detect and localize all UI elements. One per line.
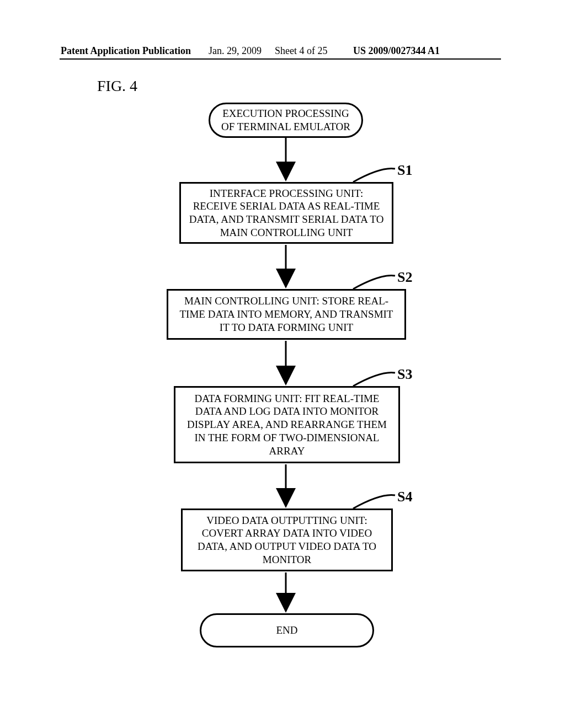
- leader-s3: [353, 373, 395, 387]
- flow-step-s3-text: DATA FORMING UNIT: FIT REAL-TIME DATA AN…: [181, 392, 393, 458]
- flow-step-s3-label: S3: [397, 366, 412, 383]
- flow-step-s4: VIDEO DATA OUTPUTTING UNIT: COVERT ARRAY…: [181, 508, 393, 571]
- page: Patent Application Publication Jan. 29, …: [0, 0, 565, 728]
- leader-s2: [353, 276, 395, 290]
- flow-step-s4-label: S4: [397, 489, 412, 505]
- flow-step-s2-label: S2: [397, 269, 412, 286]
- flow-step-s1-text: INTERFACE PROCESSING UNIT: RECEIVE SERIA…: [186, 187, 386, 239]
- header-rule: [60, 58, 501, 60]
- flow-step-s3: DATA FORMING UNIT: FIT REAL-TIME DATA AN…: [174, 386, 400, 463]
- header-sheet: Sheet 4 of 25: [275, 45, 327, 57]
- flow-step-s2-text: MAIN CONTROLLING UNIT: STORE REAL-TIME D…: [174, 295, 399, 334]
- flow-step-s2: MAIN CONTROLLING UNIT: STORE REAL-TIME D…: [167, 289, 406, 340]
- flow-step-s4-text: VIDEO DATA OUTPUTTING UNIT: COVERT ARRAY…: [188, 514, 386, 566]
- flow-end-terminator: END: [200, 613, 374, 647]
- flow-end-text: END: [276, 624, 297, 637]
- flow-start-text: EXECUTION PROCESSING OF TERMINAL EMULATO…: [216, 107, 356, 133]
- leader-s1: [353, 169, 395, 183]
- leader-s4: [353, 495, 395, 509]
- flow-step-s1-label: S1: [397, 162, 412, 179]
- figure-number: FIG. 4: [97, 77, 137, 95]
- header-docnum: US 2009/0027344 A1: [353, 45, 440, 57]
- header-date: Jan. 29, 2009: [209, 45, 262, 57]
- flow-start-terminator: EXECUTION PROCESSING OF TERMINAL EMULATO…: [209, 103, 363, 138]
- header-publication: Patent Application Publication: [61, 45, 191, 57]
- flow-step-s1: INTERFACE PROCESSING UNIT: RECEIVE SERIA…: [179, 182, 393, 244]
